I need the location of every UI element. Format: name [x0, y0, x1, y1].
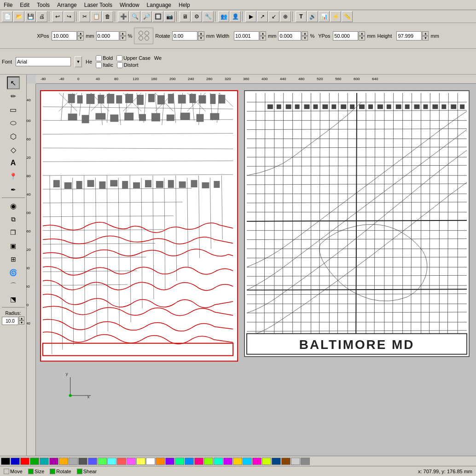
font-input[interactable] — [16, 57, 71, 66]
chart-button[interactable]: 📊 — [319, 11, 330, 22]
width-spinner[interactable]: ▲▼ — [260, 31, 266, 41]
swatch-T1[interactable] — [291, 458, 300, 465]
menu-laser-tools[interactable]: Laser Tools — [81, 1, 116, 9]
pen-tool[interactable]: ✏ — [7, 90, 20, 103]
cut-button[interactable]: ✂ — [79, 11, 90, 22]
text-tool[interactable]: T — [296, 11, 307, 22]
menu-language[interactable]: Language — [143, 1, 175, 9]
add-button[interactable]: ➕ — [118, 11, 129, 22]
swatch-02[interactable] — [20, 458, 29, 465]
italic-checkbox[interactable] — [96, 62, 102, 68]
circle-tool[interactable]: ◉ — [7, 199, 20, 212]
swatch-26[interactable] — [252, 458, 261, 465]
swatch-03[interactable] — [30, 458, 39, 465]
select-tool[interactable]: ↖ — [7, 76, 20, 89]
swatch-12[interactable] — [117, 458, 126, 465]
val1-spinner[interactable]: ▲▼ — [120, 31, 126, 41]
radius-spinner[interactable]: ▲▼ — [19, 316, 24, 325]
ellipse-tool[interactable]: ⬭ — [7, 116, 20, 129]
swatch-25[interactable] — [243, 458, 252, 465]
swatch-29[interactable] — [281, 458, 290, 465]
swatch-09[interactable] — [88, 458, 97, 465]
grid-tool[interactable]: ⊞ — [7, 253, 20, 266]
swatch-04[interactable] — [40, 458, 49, 465]
settings-button[interactable]: ⚙ — [191, 11, 202, 22]
swatch-06[interactable] — [59, 458, 68, 465]
swatch-19[interactable] — [185, 458, 194, 465]
swatch-20[interactable] — [194, 458, 203, 465]
swatch-05[interactable] — [49, 458, 58, 465]
swatch-23[interactable] — [223, 458, 232, 465]
zoom-out[interactable]: 🔎 — [141, 11, 152, 22]
italic-label[interactable]: Italic — [96, 62, 113, 68]
swatch-T2[interactable] — [301, 458, 310, 465]
polygon-tool[interactable]: ⬡ — [7, 130, 20, 143]
spiral-tool[interactable]: 🌀 — [7, 266, 20, 279]
zoom-fit[interactable]: 🔲 — [152, 11, 163, 22]
swatch-21[interactable] — [204, 458, 213, 465]
swatch-08[interactable] — [78, 458, 87, 465]
user-button[interactable]: 👤 — [230, 11, 241, 22]
bold-checkbox[interactable] — [96, 55, 102, 61]
undo-button[interactable]: ↩ — [52, 11, 63, 22]
distort-label[interactable]: Distort — [117, 62, 139, 68]
measure-button[interactable]: 📏 — [342, 11, 353, 22]
swatch-24[interactable] — [233, 458, 242, 465]
copy-button[interactable]: 📋 — [91, 11, 102, 22]
swatch-17[interactable] — [165, 458, 174, 465]
uppercase-checkbox[interactable] — [116, 55, 122, 61]
new-button[interactable]: 📄 — [2, 11, 13, 22]
zoom-in[interactable]: 🔍 — [129, 11, 140, 22]
swatch-11[interactable] — [107, 458, 116, 465]
swatch-01[interactable] — [11, 458, 20, 465]
monitor-button[interactable]: 🖥 — [180, 11, 191, 22]
uppercase-label[interactable]: Upper Case — [116, 55, 151, 61]
arr2-button[interactable]: ↙ — [268, 11, 279, 22]
swatch-14[interactable] — [136, 458, 145, 465]
swatch-16[interactable] — [156, 458, 165, 465]
tools-button[interactable]: 🔧 — [203, 11, 214, 22]
diamond-tool[interactable]: ◇ — [7, 143, 20, 156]
distort-checkbox[interactable] — [117, 62, 123, 68]
laser-button[interactable]: ⚡ — [330, 11, 341, 22]
swatch-00[interactable] — [1, 458, 10, 465]
swatch-18[interactable] — [175, 458, 184, 465]
ypos-spinner[interactable]: ▲▼ — [359, 31, 365, 41]
radius-input[interactable] — [2, 317, 18, 325]
target-button[interactable]: ⊕ — [280, 11, 291, 22]
menu-tools[interactable]: Tools — [33, 1, 53, 9]
rotate-input[interactable] — [172, 31, 197, 41]
save-button[interactable]: 💾 — [25, 11, 36, 22]
text-tool-box[interactable]: A — [7, 157, 20, 169]
copy-tool-1[interactable]: ⧉ — [7, 213, 20, 226]
rectangle-tool[interactable]: ▭ — [7, 103, 20, 116]
bold-label[interactable]: Bold — [96, 55, 113, 61]
swatch-22[interactable] — [214, 458, 223, 465]
canvas-content[interactable]: BALTIMORE MD x y — [36, 84, 476, 456]
swatch-27[interactable] — [262, 458, 271, 465]
ypos-input[interactable] — [333, 31, 358, 41]
xpos-spinner[interactable]: ▲▼ — [77, 31, 84, 41]
val2-input[interactable] — [278, 31, 301, 41]
swatch-15[interactable] — [146, 458, 155, 465]
height-input[interactable] — [396, 31, 422, 41]
menu-edit[interactable]: Edit — [16, 1, 33, 9]
arc-tool[interactable]: ⌒ — [7, 279, 20, 292]
sound-button[interactable]: 🔊 — [307, 11, 318, 22]
users-button[interactable]: 👥 — [218, 11, 229, 22]
height-spinner[interactable]: ▲▼ — [422, 31, 429, 41]
val1-input[interactable] — [96, 31, 119, 41]
copy-tool-3[interactable]: ▣ — [7, 239, 20, 252]
delete-button[interactable]: 🗑 — [102, 11, 113, 22]
menu-arrange[interactable]: Arrange — [53, 1, 81, 9]
pencil-tool[interactable]: ✒ — [7, 183, 20, 196]
open-button[interactable]: 📂 — [13, 11, 24, 22]
font-dropdown-btn[interactable]: ▼ — [75, 56, 82, 67]
xpos-input[interactable] — [52, 31, 77, 41]
play-button[interactable]: ▶ — [245, 11, 256, 22]
swatch-28[interactable] — [272, 458, 281, 465]
swatch-10[interactable] — [98, 458, 107, 465]
camera-button[interactable]: 📷 — [164, 11, 175, 22]
redo-button[interactable]: ↪ — [64, 11, 75, 22]
print-button[interactable]: 🖨 — [36, 11, 47, 22]
